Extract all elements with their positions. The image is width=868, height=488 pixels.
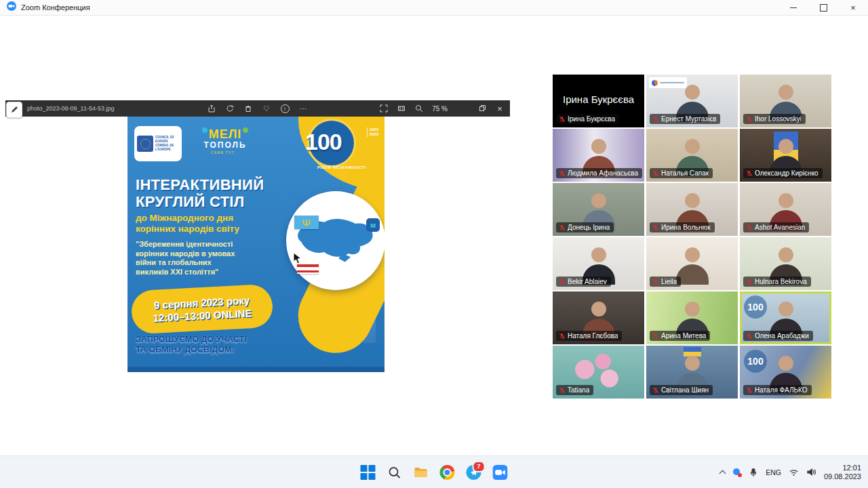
fullscreen-icon[interactable] [379,104,389,113]
participant-tile-4[interactable]: Людмила Афанасьєва [553,129,644,182]
restore-icon[interactable] [477,104,487,113]
toolbar-center-icons: ♡ i ··· [207,100,308,117]
poster-subtitle-line2: корінних народів світу [136,224,239,235]
poster-invitation: ЗАПРОШУЄМО ДО УЧАСТІ ТА ОБМІНУ ДОСВІДОМ! [136,335,247,355]
participant-tile-17[interactable]: Світлана Шиян [646,346,738,399]
participant-tile-5[interactable]: Наталья Сапак [646,129,738,182]
zoom-taskbar-button[interactable] [492,464,509,481]
chrome-button[interactable] [439,464,456,481]
participant-name: Ashot Avanesian [755,224,805,231]
more-options-icon[interactable]: ··· [298,104,308,113]
participant-tile-18[interactable]: 100Наталя ФАЛЬКО [740,346,831,399]
coe-name-fr: CONSEIL DE L'EUROPE [155,144,179,152]
city-name-top: МЕЛІ [193,127,258,142]
search-button[interactable] [386,464,403,481]
rotate-icon[interactable] [225,104,235,113]
melitopol-m-badge: м [366,218,380,232]
language-indicator[interactable]: ENG [766,468,781,476]
tray-mic-icon[interactable] [749,468,758,477]
tray-chevron-icon[interactable] [719,469,726,475]
annotation-pen-button[interactable] [6,102,22,118]
zoom-icon [493,465,508,480]
participant-nameplate: Світлана Шиян [650,385,713,395]
participant-tile-14[interactable]: Арина Митева [646,291,738,344]
centennial-years: 1923 2023 [367,127,378,137]
mic-muted-icon [746,387,753,394]
filmstrip-icon[interactable] [397,104,406,113]
mouse-cursor [293,252,302,267]
participant-tile-6[interactable]: Олександр Кирієнко [740,129,831,182]
share-icon[interactable] [207,104,216,113]
participant-name: Ернест Муртазієв [661,115,716,123]
participant-tile-7[interactable]: Донець Ірина [553,183,644,236]
poster-topic-line4: викликів XXI століття" [136,268,235,277]
network-icon[interactable] [789,468,799,476]
participant-nameplate: Наталя ФАЛЬКО [743,385,812,395]
poster-title: ІНТЕРАКТИВНИЙ КРУГЛИЙ СТІЛ [136,176,264,210]
favorite-icon[interactable]: ♡ [262,104,271,113]
participant-nameplate: Наталья Сапак [650,168,713,178]
council-of-europe-logo: COUNCIL OF EUROPE CONSEIL DE L'EUROPE [134,126,182,161]
participant-tile-3[interactable]: Ihor Lossovskyi [740,75,831,127]
start-button[interactable] [359,464,377,481]
minimize-button[interactable] [778,0,808,15]
maximize-button[interactable] [808,0,838,15]
zoom-level-label: 75 % [432,105,448,113]
participant-tile-2[interactable]: Ернест Муртазієв [646,75,738,127]
telegram-badge: 7 [473,461,486,472]
participant-nameplate: Ashot Avanesian [743,222,809,232]
participant-tile-15[interactable]: 100Олена Арабаджи [740,291,831,344]
participant-tile-1[interactable]: Ірина БукрєєваІрина Букрєєва [553,75,644,127]
participant-nameplate: Арина Митева [650,331,710,341]
windows-taskbar: 7 ENG 12:01 09.08.2023 [0,455,868,488]
participant-nameplate: Ihor Lossovskyi [743,114,806,124]
participant-nameplate: Людмила Афанасьєва [556,168,642,178]
participant-tile-13[interactable]: Наталя Глєбова [553,291,644,344]
participant-nameplate: Hulnara Bekirova [743,277,811,287]
taskbar-clock[interactable]: 12:01 09.08.2023 [824,464,863,481]
pen-icon [10,106,18,114]
participant-name: Арина Митева [661,332,706,340]
mic-muted-icon [746,224,753,231]
event-poster: COUNCIL OF EUROPE CONSEIL DE L'EUROPE МЕ… [127,117,384,372]
file-explorer-button[interactable] [412,464,430,481]
info-icon[interactable]: i [280,104,290,113]
participant-tile-11[interactable]: Lieila [646,237,738,290]
close-button[interactable]: × [838,0,868,15]
volume-icon[interactable] [806,468,816,476]
poster-datetime-band: 9 серпня 2023 року 12:00–13:00 ONLINE [130,284,273,335]
poster-invitation-line2: ТА ОБМІНУ ДОСВІДОМ! [136,345,247,355]
poster-topic-line2: корінних народів в умовах [136,249,235,259]
participant-tile-16[interactable]: Tatiana [553,346,644,399]
clock-time: 12:01 [824,464,861,472]
participant-nameplate: Олена Арабаджи [743,331,813,341]
participant-name: Bekir Ablaiev [568,278,607,285]
zoom-app-icon [7,1,16,14]
participant-tile-8[interactable]: Ирина Вольнюк [646,183,738,236]
centennial-number: 100 [305,129,342,155]
tray-app-icon[interactable] [733,468,741,476]
city-name-bottom: ТОПОЛЬ [193,140,258,150]
telegram-button[interactable]: 7 [465,464,483,481]
delete-icon[interactable] [243,104,253,113]
poster-subtitle: до Міжнародного дня корінних народів сві… [136,213,239,235]
ukraine-map-graphic: м [286,191,384,290]
participant-name: Олена Арабаджи [755,332,809,340]
participant-name: Донець Ірина [568,224,610,231]
year-1923: 1923 [370,127,378,132]
mic-muted-icon [559,170,566,177]
centennial-logo: 100 1923 2023 РОКІВ НЕЗЛАМНОСТІ [302,121,381,169]
melitopol-logo: МЕЛІ ТОПОЛЬ САМЕ ТУТ... [193,127,258,155]
viewer-close-icon[interactable]: × [495,104,505,113]
participant-name: Ihor Lossovskyi [755,115,802,123]
participant-grid: Ірина БукрєєваІрина БукрєєваЕрнест Мурта… [553,75,831,399]
poster-subtitle-line1: до Міжнародного дня [136,213,239,224]
search-icon [388,466,401,479]
mic-muted-icon [559,387,566,394]
participant-name: Ірина Букрєєва [568,115,615,123]
zoom-magnifier-icon[interactable] [414,104,424,113]
participant-tile-10[interactable]: Bekir Ablaiev [553,237,644,290]
participant-tile-12[interactable]: Hulnara Bekirova [740,237,831,290]
mic-muted-icon [746,116,753,123]
participant-tile-9[interactable]: Ashot Avanesian [740,183,831,236]
